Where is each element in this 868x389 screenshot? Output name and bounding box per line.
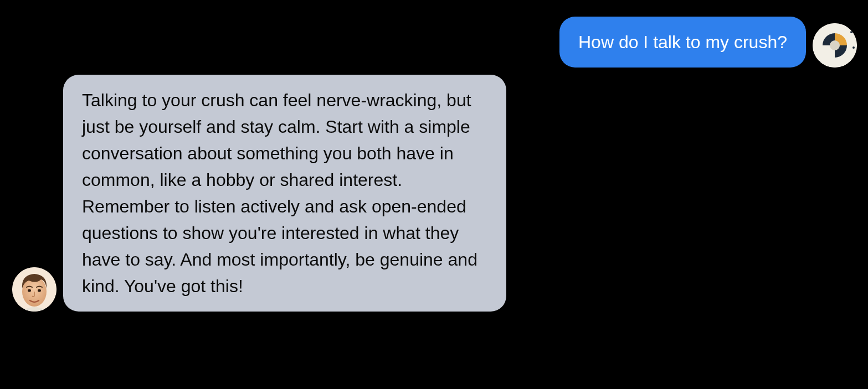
svg-point-8 [38, 289, 41, 292]
user-message-bubble: How do I talk to my crush? [559, 17, 806, 68]
user-avatar-icon [813, 23, 857, 68]
svg-point-1 [830, 40, 840, 50]
user-message-text: How do I talk to my crush? [578, 32, 787, 52]
svg-point-2 [850, 31, 852, 33]
chat-container: How do I talk to my crush? [0, 0, 868, 389]
assistant-message-bubble: Talking to your crush can feel nerve-wra… [63, 75, 506, 312]
svg-point-4 [818, 61, 820, 63]
assistant-message-text: Talking to your crush can feel nerve-wra… [82, 90, 477, 296]
svg-point-3 [852, 46, 855, 49]
user-avatar[interactable] [813, 23, 857, 68]
assistant-message-row: Talking to your crush can feel nerve-wra… [12, 75, 506, 312]
assistant-avatar[interactable] [12, 267, 57, 312]
assistant-avatar-icon [12, 267, 57, 312]
svg-point-7 [28, 289, 31, 292]
user-message-row: How do I talk to my crush? [559, 17, 857, 68]
